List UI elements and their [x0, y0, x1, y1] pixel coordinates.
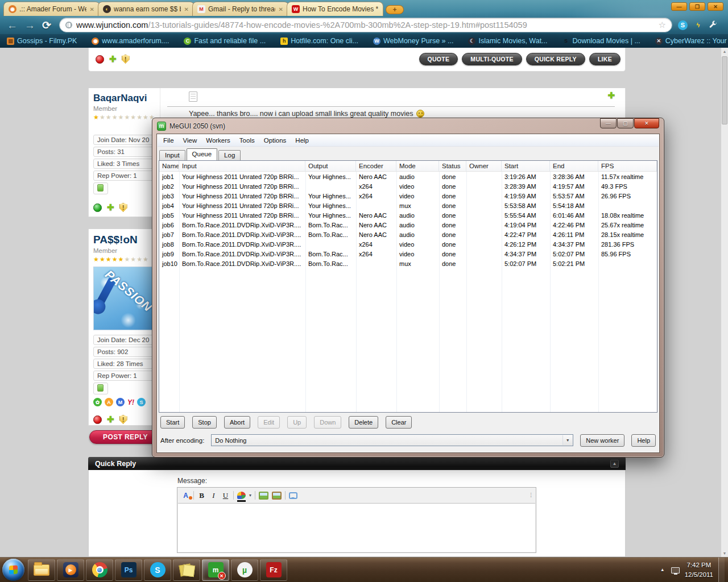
- column-header-mode[interactable]: Mode: [396, 161, 439, 171]
- report-shield-icon[interactable]: !: [119, 415, 127, 424]
- avatar[interactable]: PASSION: [93, 267, 157, 330]
- queue-row[interactable]: job2Your Highness 2011 Unrated 720p BRRi…: [159, 181, 657, 191]
- megui-tab-queue[interactable]: Queue: [187, 148, 218, 160]
- column-header-end[interactable]: End: [550, 161, 598, 171]
- skype-icon[interactable]: S: [137, 398, 146, 406]
- bookmark-item[interactable]: CFast and reliable file ...: [184, 37, 266, 45]
- italic-button[interactable]: I: [209, 491, 218, 500]
- chrome-icon[interactable]: [86, 559, 113, 581]
- downloader-extension-icon[interactable]: ϟ: [693, 20, 703, 30]
- photoshop-icon[interactable]: Ps: [115, 559, 142, 581]
- bookmark-item[interactable]: WWebMoney Purse » ...: [373, 37, 453, 45]
- add-reputation-icon[interactable]: ✚: [109, 54, 117, 64]
- queue-row[interactable]: job1Your Highness 2011 Unrated 720p BRRi…: [159, 172, 657, 181]
- column-header-input[interactable]: Input: [179, 161, 305, 171]
- address-bar[interactable]: www.wjunction.com/13-tutorials-guides/48…: [59, 18, 672, 32]
- yahoo-icon[interactable]: Y!: [127, 398, 134, 406]
- collapse-button[interactable]: ▴: [610, 460, 619, 468]
- job-clear-button[interactable]: Clear: [386, 416, 412, 429]
- add-reputation-icon[interactable]: ✚: [107, 202, 114, 213]
- report-shield-icon[interactable]: !: [119, 203, 127, 212]
- insert-image-icon[interactable]: [272, 492, 282, 500]
- post-action-button[interactable]: LIKE: [589, 53, 621, 65]
- skype-extension-icon[interactable]: S: [678, 20, 688, 30]
- report-shield-icon[interactable]: !: [122, 55, 130, 64]
- column-header-status[interactable]: Status: [439, 161, 466, 171]
- column-header-name[interactable]: Name: [159, 161, 179, 171]
- restore-button[interactable]: ❐: [689, 2, 705, 11]
- queue-row[interactable]: job10Born.To.Race.2011.DVDRip.XviD-ViP3R…: [159, 259, 657, 268]
- explorer-icon[interactable]: [28, 559, 55, 581]
- post-reply-button[interactable]: POST REPLY: [89, 430, 162, 444]
- aim-icon[interactable]: A: [105, 398, 113, 406]
- filezilla-icon[interactable]: Fz: [260, 559, 287, 581]
- post-action-button[interactable]: MULTI-QUOTE: [462, 53, 522, 65]
- megui-titlebar[interactable]: m MeGUI 2050 (svn) — ▢ ✕: [152, 118, 664, 134]
- network-icon[interactable]: [670, 566, 680, 574]
- message-textarea[interactable]: [178, 503, 535, 552]
- scroll-down-icon[interactable]: ▼: [721, 550, 728, 557]
- reload-button[interactable]: ⟳: [42, 20, 51, 31]
- utorrent-icon[interactable]: µ: [231, 559, 258, 581]
- close-button[interactable]: ✕: [708, 2, 723, 11]
- queue-row[interactable]: job8Born.To.Race.2011.DVDRip.XviD-ViP3R.…: [159, 239, 657, 249]
- queue-row[interactable]: job6Born.To.Race.2011.DVDRip.XviD-ViP3R.…: [159, 220, 657, 230]
- scroll-up-icon[interactable]: ▲: [721, 48, 728, 55]
- add-reputation-icon[interactable]: ✚: [107, 414, 114, 425]
- back-button[interactable]: ←: [7, 20, 18, 31]
- icq-icon[interactable]: ✿: [93, 398, 102, 406]
- tab-close-icon[interactable]: ✕: [184, 6, 189, 13]
- new-tab-button[interactable]: +: [386, 5, 404, 14]
- post-action-button[interactable]: QUOTE: [419, 53, 458, 65]
- browser-tab[interactable]: ◐wanna earn some $$ by upl✕: [98, 2, 195, 16]
- msn-icon[interactable]: M: [116, 398, 125, 406]
- menu-item-tools[interactable]: Tools: [235, 135, 259, 146]
- username-link[interactable]: BaqarNaqvi: [93, 93, 157, 104]
- bookmark-item[interactable]: hHotfile.com: One cli...: [280, 37, 358, 45]
- insert-link-image-icon[interactable]: [259, 492, 268, 500]
- job-stop-button[interactable]: Stop: [192, 416, 217, 429]
- bookmark-item[interactable]: ▤Gossips - Filmy.PK: [7, 37, 77, 45]
- media-player-icon[interactable]: ▶: [57, 559, 84, 581]
- tab-close-icon[interactable]: ✕: [89, 6, 95, 13]
- menu-item-file[interactable]: File: [159, 135, 179, 146]
- help-button[interactable]: Help: [631, 434, 656, 447]
- bookmark-star-icon[interactable]: ☆: [658, 20, 665, 30]
- minimize-button[interactable]: —: [671, 2, 687, 11]
- maximize-button[interactable]: ▢: [617, 118, 634, 128]
- column-header-output[interactable]: Output: [305, 161, 356, 171]
- column-header-start[interactable]: Start: [502, 161, 550, 171]
- bookmark-item[interactable]: ✕CyberWarez :: Your ...: [655, 37, 728, 45]
- tab-close-icon[interactable]: ✕: [278, 6, 284, 13]
- column-header-owner[interactable]: Owner: [466, 161, 502, 171]
- bookmark-item[interactable]: SDownload Movies | ...: [562, 37, 640, 45]
- scrollbar-thumb[interactable]: [722, 56, 727, 124]
- new-worker-button[interactable]: New worker: [580, 434, 624, 447]
- insert-quote-icon[interactable]: [289, 492, 297, 499]
- menu-item-help[interactable]: Help: [291, 135, 313, 146]
- column-header-fps[interactable]: FPS: [598, 161, 657, 171]
- megui-tab-log[interactable]: Log: [218, 150, 241, 160]
- queue-row[interactable]: job5Your Highness 2011 Unrated 720p BRRi…: [159, 210, 657, 220]
- skype-icon[interactable]: S: [144, 559, 171, 581]
- job-abort-button[interactable]: Abort: [224, 416, 250, 429]
- menu-item-options[interactable]: Options: [259, 135, 291, 146]
- forward-button[interactable]: →: [24, 20, 35, 31]
- close-button[interactable]: ✕: [634, 118, 659, 128]
- browser-tab[interactable]: WHow To Encode Movies *70: [287, 2, 383, 16]
- minimize-button[interactable]: —: [600, 118, 617, 128]
- show-desktop-button[interactable]: [718, 558, 725, 582]
- bookmark-item[interactable]: ☾Islamic Movies, Wat...: [468, 37, 547, 45]
- menu-item-workers[interactable]: Workers: [201, 135, 235, 146]
- underline-button[interactable]: U: [221, 491, 230, 500]
- taskbar-clock[interactable]: 7:42 PM 12/5/2011: [685, 560, 713, 579]
- font-color-icon[interactable]: A: [181, 492, 190, 500]
- browser-tab[interactable]: ◉.:: Amader Forum - We Lea✕: [3, 2, 100, 16]
- wrench-icon[interactable]: [709, 20, 718, 30]
- expand-post-icon[interactable]: ✚: [607, 90, 615, 101]
- post-action-button[interactable]: QUICK REPLY: [526, 53, 585, 65]
- bookmark-item[interactable]: ◉www.amaderforum....: [92, 37, 169, 45]
- megui-tab-input[interactable]: Input: [159, 150, 185, 160]
- queue-row[interactable]: job3Your Highness 2011 Unrated 720p BRRi…: [159, 191, 657, 201]
- start-button[interactable]: [2, 559, 24, 581]
